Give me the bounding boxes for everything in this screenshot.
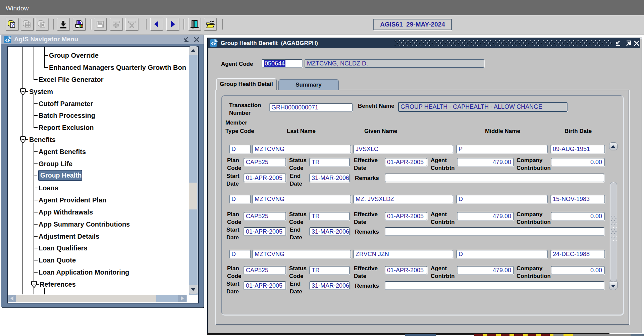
svg-text:?: ? xyxy=(11,22,14,28)
